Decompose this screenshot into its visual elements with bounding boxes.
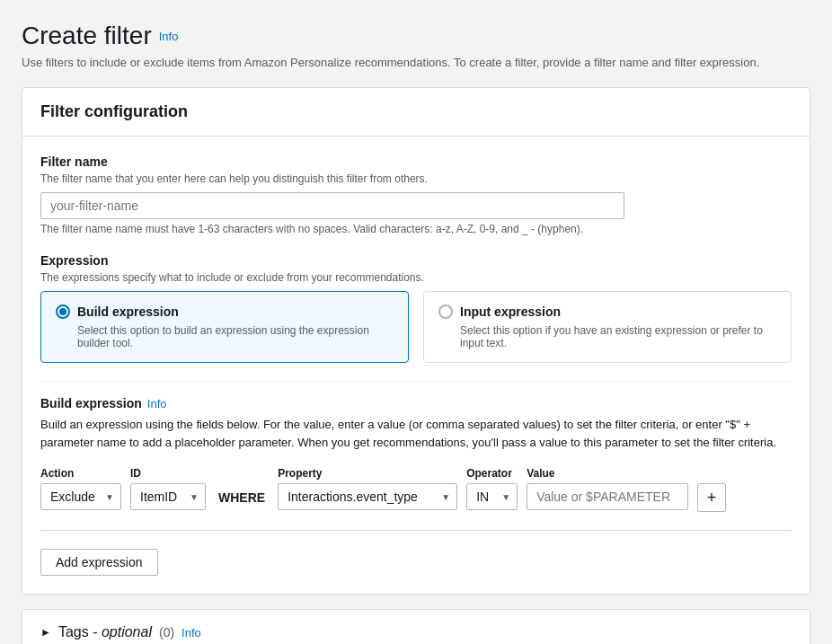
input-expression-option[interactable]: Input expression Select this option if y… [423, 291, 792, 363]
expression-options: Build expression Select this option to b… [40, 291, 792, 363]
page-header: Create filter Info [22, 22, 810, 50]
build-expression-header: Build expression Info [40, 396, 792, 410]
where-label: WHERE [215, 490, 269, 505]
tags-header: ► Tags - optional (0) Info [22, 610, 810, 644]
input-option-description: Select this option if you have an existi… [460, 324, 776, 349]
expression-description: The expressions specify what to include … [40, 271, 792, 284]
action-select[interactable]: Exclude Include [40, 483, 121, 510]
operator-label: Operator [466, 467, 518, 480]
tags-section: ► Tags - optional (0) Info A tag is an a… [22, 609, 810, 644]
build-option-label: Build expression [77, 304, 179, 319]
input-option-header: Input expression [438, 304, 776, 319]
add-expression-button[interactable]: Add expression [40, 549, 158, 576]
id-select-wrapper: ItemID UserID ▼ [130, 483, 206, 510]
filter-name-description: The filter name that you enter here can … [40, 172, 792, 185]
tags-info-link[interactable]: Info [181, 626, 201, 640]
divider [40, 530, 792, 531]
id-select[interactable]: ItemID UserID [130, 483, 206, 510]
value-group: Value [527, 467, 688, 510]
expression-builder: Action Exclude Include ▼ ID ItemID [40, 465, 792, 512]
tags-title: Tags - optional [58, 624, 152, 640]
build-radio[interactable] [56, 304, 70, 319]
section-title: Filter configuration [40, 102, 188, 120]
filter-name-label: Filter name [40, 154, 792, 169]
tags-count: (0) [159, 625, 174, 640]
build-option-description: Select this option to build an expressio… [77, 324, 394, 349]
id-label: ID [130, 467, 206, 480]
filter-name-input[interactable] [40, 192, 624, 219]
expression-group: Expression The expressions specify what … [40, 253, 792, 363]
input-option-label: Input expression [460, 304, 561, 319]
filter-name-group: Filter name The filter name that you ent… [40, 154, 792, 235]
filter-name-hint: The filter name name must have 1-63 char… [40, 223, 792, 235]
operator-select-wrapper: IN = != < > <= >= ▼ [466, 483, 518, 510]
page-description: Use filters to include or exclude items … [22, 56, 794, 69]
section-body: Filter name The filter name that you ent… [22, 137, 810, 594]
operator-group: Operator IN = != < > <= >= ▼ [466, 467, 518, 510]
action-label: Action [40, 467, 121, 480]
action-select-wrapper: Exclude Include ▼ [40, 483, 121, 510]
property-select[interactable]: Interactions.event_type Items.category U… [278, 483, 457, 510]
action-group: Action Exclude Include ▼ [40, 467, 121, 510]
build-expression-title: Build expression [40, 396, 142, 410]
value-label: Value [527, 467, 688, 480]
property-group: Property Interactions.event_type Items.c… [278, 467, 457, 510]
build-expression-info-link[interactable]: Info [147, 397, 167, 410]
build-option-header: Build expression [56, 304, 394, 319]
tags-toggle-icon[interactable]: ► [40, 626, 51, 639]
input-radio[interactable] [438, 304, 453, 319]
build-expression-description: Build an expression using the fields bel… [40, 416, 792, 451]
id-group: ID ItemID UserID ▼ [130, 467, 206, 510]
build-expression-section: Build expression Info Build an expressio… [40, 381, 792, 576]
section-header: Filter configuration [22, 88, 810, 137]
expression-label: Expression [40, 253, 792, 268]
filter-config-card: Filter configuration Filter name The fil… [22, 87, 810, 595]
add-row-button[interactable]: + [697, 483, 726, 512]
operator-select[interactable]: IN = != < > <= >= [466, 483, 518, 510]
page-info-link[interactable]: Info [159, 30, 179, 43]
value-input[interactable] [527, 483, 688, 510]
page-title: Create filter [22, 22, 152, 50]
property-select-wrapper: Interactions.event_type Items.category U… [278, 483, 457, 510]
build-expression-option[interactable]: Build expression Select this option to b… [40, 291, 409, 363]
property-label: Property [278, 467, 457, 480]
